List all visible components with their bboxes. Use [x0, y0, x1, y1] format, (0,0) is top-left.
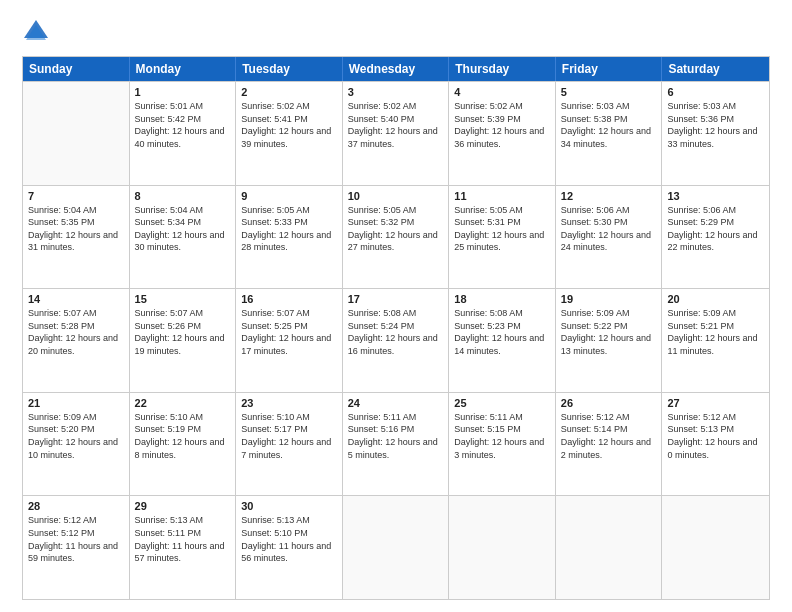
cal-day-18: 18Sunrise: 5:08 AM Sunset: 5:23 PM Dayli…	[449, 289, 556, 392]
day-number-21: 21	[28, 397, 124, 409]
cal-header-saturday: Saturday	[662, 57, 769, 81]
cal-header-monday: Monday	[130, 57, 237, 81]
cal-header-thursday: Thursday	[449, 57, 556, 81]
day-number-6: 6	[667, 86, 764, 98]
logo	[22, 18, 54, 46]
cal-empty-4-4	[449, 496, 556, 599]
cal-week-1: 1Sunrise: 5:01 AM Sunset: 5:42 PM Daylig…	[23, 81, 769, 185]
day-number-27: 27	[667, 397, 764, 409]
cal-day-22: 22Sunrise: 5:10 AM Sunset: 5:19 PM Dayli…	[130, 393, 237, 496]
cal-day-8: 8Sunrise: 5:04 AM Sunset: 5:34 PM Daylig…	[130, 186, 237, 289]
day-info-8: Sunrise: 5:04 AM Sunset: 5:34 PM Dayligh…	[135, 204, 231, 254]
day-number-12: 12	[561, 190, 657, 202]
day-number-29: 29	[135, 500, 231, 512]
day-number-10: 10	[348, 190, 444, 202]
cal-day-10: 10Sunrise: 5:05 AM Sunset: 5:32 PM Dayli…	[343, 186, 450, 289]
day-info-24: Sunrise: 5:11 AM Sunset: 5:16 PM Dayligh…	[348, 411, 444, 461]
cal-day-27: 27Sunrise: 5:12 AM Sunset: 5:13 PM Dayli…	[662, 393, 769, 496]
cal-empty-0-0	[23, 82, 130, 185]
day-number-9: 9	[241, 190, 337, 202]
day-info-1: Sunrise: 5:01 AM Sunset: 5:42 PM Dayligh…	[135, 100, 231, 150]
day-info-5: Sunrise: 5:03 AM Sunset: 5:38 PM Dayligh…	[561, 100, 657, 150]
cal-empty-4-3	[343, 496, 450, 599]
day-info-30: Sunrise: 5:13 AM Sunset: 5:10 PM Dayligh…	[241, 514, 337, 564]
day-number-3: 3	[348, 86, 444, 98]
day-number-20: 20	[667, 293, 764, 305]
day-info-18: Sunrise: 5:08 AM Sunset: 5:23 PM Dayligh…	[454, 307, 550, 357]
day-info-13: Sunrise: 5:06 AM Sunset: 5:29 PM Dayligh…	[667, 204, 764, 254]
cal-day-21: 21Sunrise: 5:09 AM Sunset: 5:20 PM Dayli…	[23, 393, 130, 496]
day-info-25: Sunrise: 5:11 AM Sunset: 5:15 PM Dayligh…	[454, 411, 550, 461]
cal-day-5: 5Sunrise: 5:03 AM Sunset: 5:38 PM Daylig…	[556, 82, 663, 185]
cal-header-sunday: Sunday	[23, 57, 130, 81]
cal-day-1: 1Sunrise: 5:01 AM Sunset: 5:42 PM Daylig…	[130, 82, 237, 185]
day-number-19: 19	[561, 293, 657, 305]
day-info-20: Sunrise: 5:09 AM Sunset: 5:21 PM Dayligh…	[667, 307, 764, 357]
day-info-15: Sunrise: 5:07 AM Sunset: 5:26 PM Dayligh…	[135, 307, 231, 357]
day-number-15: 15	[135, 293, 231, 305]
cal-day-29: 29Sunrise: 5:13 AM Sunset: 5:11 PM Dayli…	[130, 496, 237, 599]
calendar-body: 1Sunrise: 5:01 AM Sunset: 5:42 PM Daylig…	[23, 81, 769, 599]
day-info-23: Sunrise: 5:10 AM Sunset: 5:17 PM Dayligh…	[241, 411, 337, 461]
cal-day-25: 25Sunrise: 5:11 AM Sunset: 5:15 PM Dayli…	[449, 393, 556, 496]
cal-day-6: 6Sunrise: 5:03 AM Sunset: 5:36 PM Daylig…	[662, 82, 769, 185]
header	[22, 18, 770, 46]
day-number-8: 8	[135, 190, 231, 202]
day-info-17: Sunrise: 5:08 AM Sunset: 5:24 PM Dayligh…	[348, 307, 444, 357]
day-number-30: 30	[241, 500, 337, 512]
calendar: SundayMondayTuesdayWednesdayThursdayFrid…	[22, 56, 770, 600]
day-info-11: Sunrise: 5:05 AM Sunset: 5:31 PM Dayligh…	[454, 204, 550, 254]
day-info-26: Sunrise: 5:12 AM Sunset: 5:14 PM Dayligh…	[561, 411, 657, 461]
day-number-22: 22	[135, 397, 231, 409]
cal-day-11: 11Sunrise: 5:05 AM Sunset: 5:31 PM Dayli…	[449, 186, 556, 289]
day-info-9: Sunrise: 5:05 AM Sunset: 5:33 PM Dayligh…	[241, 204, 337, 254]
day-info-3: Sunrise: 5:02 AM Sunset: 5:40 PM Dayligh…	[348, 100, 444, 150]
cal-week-2: 7Sunrise: 5:04 AM Sunset: 5:35 PM Daylig…	[23, 185, 769, 289]
day-info-22: Sunrise: 5:10 AM Sunset: 5:19 PM Dayligh…	[135, 411, 231, 461]
cal-empty-4-5	[556, 496, 663, 599]
cal-header-friday: Friday	[556, 57, 663, 81]
day-info-21: Sunrise: 5:09 AM Sunset: 5:20 PM Dayligh…	[28, 411, 124, 461]
day-number-23: 23	[241, 397, 337, 409]
cal-day-20: 20Sunrise: 5:09 AM Sunset: 5:21 PM Dayli…	[662, 289, 769, 392]
page: SundayMondayTuesdayWednesdayThursdayFrid…	[0, 0, 792, 612]
day-number-2: 2	[241, 86, 337, 98]
cal-week-5: 28Sunrise: 5:12 AM Sunset: 5:12 PM Dayli…	[23, 495, 769, 599]
day-info-19: Sunrise: 5:09 AM Sunset: 5:22 PM Dayligh…	[561, 307, 657, 357]
day-info-12: Sunrise: 5:06 AM Sunset: 5:30 PM Dayligh…	[561, 204, 657, 254]
cal-day-26: 26Sunrise: 5:12 AM Sunset: 5:14 PM Dayli…	[556, 393, 663, 496]
cal-day-13: 13Sunrise: 5:06 AM Sunset: 5:29 PM Dayli…	[662, 186, 769, 289]
day-info-29: Sunrise: 5:13 AM Sunset: 5:11 PM Dayligh…	[135, 514, 231, 564]
cal-empty-4-6	[662, 496, 769, 599]
logo-icon	[22, 18, 50, 46]
day-number-28: 28	[28, 500, 124, 512]
day-number-13: 13	[667, 190, 764, 202]
cal-day-9: 9Sunrise: 5:05 AM Sunset: 5:33 PM Daylig…	[236, 186, 343, 289]
day-info-6: Sunrise: 5:03 AM Sunset: 5:36 PM Dayligh…	[667, 100, 764, 150]
cal-day-16: 16Sunrise: 5:07 AM Sunset: 5:25 PM Dayli…	[236, 289, 343, 392]
cal-header-wednesday: Wednesday	[343, 57, 450, 81]
day-info-14: Sunrise: 5:07 AM Sunset: 5:28 PM Dayligh…	[28, 307, 124, 357]
day-number-7: 7	[28, 190, 124, 202]
day-info-4: Sunrise: 5:02 AM Sunset: 5:39 PM Dayligh…	[454, 100, 550, 150]
day-number-11: 11	[454, 190, 550, 202]
cal-day-12: 12Sunrise: 5:06 AM Sunset: 5:30 PM Dayli…	[556, 186, 663, 289]
day-info-16: Sunrise: 5:07 AM Sunset: 5:25 PM Dayligh…	[241, 307, 337, 357]
cal-day-23: 23Sunrise: 5:10 AM Sunset: 5:17 PM Dayli…	[236, 393, 343, 496]
cal-day-19: 19Sunrise: 5:09 AM Sunset: 5:22 PM Dayli…	[556, 289, 663, 392]
day-info-2: Sunrise: 5:02 AM Sunset: 5:41 PM Dayligh…	[241, 100, 337, 150]
day-number-26: 26	[561, 397, 657, 409]
calendar-header-row: SundayMondayTuesdayWednesdayThursdayFrid…	[23, 57, 769, 81]
cal-day-3: 3Sunrise: 5:02 AM Sunset: 5:40 PM Daylig…	[343, 82, 450, 185]
cal-day-4: 4Sunrise: 5:02 AM Sunset: 5:39 PM Daylig…	[449, 82, 556, 185]
day-info-7: Sunrise: 5:04 AM Sunset: 5:35 PM Dayligh…	[28, 204, 124, 254]
day-number-24: 24	[348, 397, 444, 409]
day-number-14: 14	[28, 293, 124, 305]
day-number-5: 5	[561, 86, 657, 98]
day-number-16: 16	[241, 293, 337, 305]
cal-header-tuesday: Tuesday	[236, 57, 343, 81]
cal-day-30: 30Sunrise: 5:13 AM Sunset: 5:10 PM Dayli…	[236, 496, 343, 599]
day-number-4: 4	[454, 86, 550, 98]
day-info-10: Sunrise: 5:05 AM Sunset: 5:32 PM Dayligh…	[348, 204, 444, 254]
cal-day-28: 28Sunrise: 5:12 AM Sunset: 5:12 PM Dayli…	[23, 496, 130, 599]
